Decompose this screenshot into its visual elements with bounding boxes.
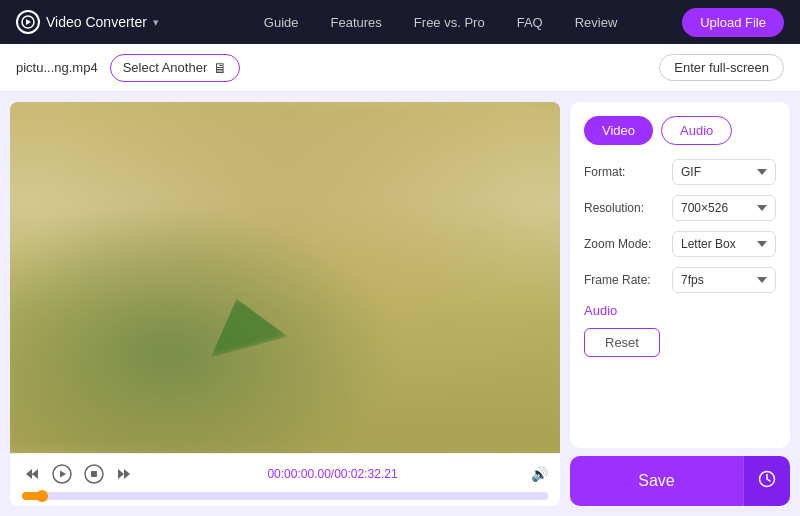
save-button[interactable]: Save (570, 456, 743, 506)
logo-text: Video Converter (46, 14, 147, 30)
framerate-label: Frame Rate: (584, 273, 664, 287)
tab-video[interactable]: Video (584, 116, 653, 145)
time-display: 00:00:00.00/00:02:32.21 (142, 467, 523, 481)
nav-features[interactable]: Features (331, 15, 382, 30)
logo-icon (16, 10, 40, 34)
resolution-row: Resolution: 700×526 1280×720 1920×1080 (584, 195, 776, 221)
resolution-select[interactable]: 700×526 1280×720 1920×1080 (672, 195, 776, 221)
tabs-row: Video Audio (584, 116, 776, 145)
reset-button[interactable]: Reset (584, 328, 660, 357)
format-row: Format: GIF MP4 AVI MOV (584, 159, 776, 185)
svg-rect-3 (91, 471, 97, 477)
progress-bar[interactable] (22, 492, 548, 500)
toolbar: pictu...ng.mp4 Select Another 🖥 Enter fu… (0, 44, 800, 92)
zoom-select[interactable]: Letter Box Crop Stretch (672, 231, 776, 257)
time-total: 00:02:32.21 (334, 467, 397, 481)
fullscreen-button[interactable]: Enter full-screen (659, 54, 784, 81)
forward-button[interactable] (114, 465, 134, 483)
format-label: Format: (584, 165, 664, 179)
tab-audio[interactable]: Audio (661, 116, 732, 145)
save-schedule-button[interactable] (743, 456, 790, 506)
nav-free-vs-pro[interactable]: Free vs. Pro (414, 15, 485, 30)
logo-chevron: ▾ (153, 16, 159, 29)
video-blur-background (10, 102, 560, 453)
play-button[interactable] (50, 462, 74, 486)
controls-row: 00:00:00.00/00:02:32.21 🔊 (22, 462, 548, 486)
stop-button[interactable] (82, 462, 106, 486)
nav-review[interactable]: Review (575, 15, 618, 30)
video-controls: 00:00:00.00/00:02:32.21 🔊 (10, 453, 560, 506)
main-content: 00:00:00.00/00:02:32.21 🔊 Video Audio Fo… (0, 92, 800, 516)
nav-logo: Video Converter ▾ (16, 10, 159, 34)
monitor-icon: 🖥 (213, 60, 227, 76)
resolution-label: Resolution: (584, 201, 664, 215)
nav-guide[interactable]: Guide (264, 15, 299, 30)
nav-links: Guide Features Free vs. Pro FAQ Review (199, 15, 682, 30)
time-current: 00:00:00.00 (267, 467, 330, 481)
select-another-label: Select Another (123, 60, 208, 75)
framerate-row: Frame Rate: 7fps 15fps 24fps 30fps (584, 267, 776, 293)
video-panel: 00:00:00.00/00:02:32.21 🔊 (10, 102, 560, 506)
framerate-select[interactable]: 7fps 15fps 24fps 30fps (672, 267, 776, 293)
rewind-button[interactable] (22, 465, 42, 483)
volume-icon[interactable]: 🔊 (531, 466, 548, 482)
file-name: pictu...ng.mp4 (16, 60, 98, 75)
upload-file-button[interactable]: Upload File (682, 8, 784, 37)
select-another-button[interactable]: Select Another 🖥 (110, 54, 241, 82)
settings-card: Video Audio Format: GIF MP4 AVI MOV Reso… (570, 102, 790, 448)
zoom-label: Zoom Mode: (584, 237, 664, 251)
zoom-row: Zoom Mode: Letter Box Crop Stretch (584, 231, 776, 257)
video-preview (10, 102, 560, 453)
save-row: Save (570, 456, 790, 506)
format-select[interactable]: GIF MP4 AVI MOV (672, 159, 776, 185)
progress-thumb[interactable] (36, 490, 48, 502)
nav-faq[interactable]: FAQ (517, 15, 543, 30)
settings-panel: Video Audio Format: GIF MP4 AVI MOV Reso… (560, 92, 800, 516)
navbar: Video Converter ▾ Guide Features Free vs… (0, 0, 800, 44)
audio-link[interactable]: Audio (584, 303, 776, 318)
